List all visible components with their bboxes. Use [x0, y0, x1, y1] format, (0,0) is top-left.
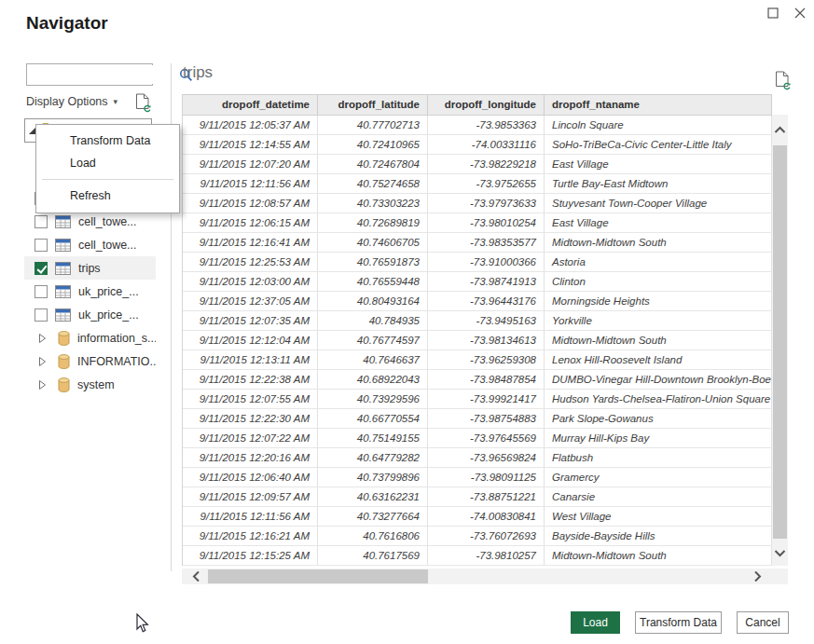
search-input[interactable] — [27, 65, 179, 84]
table-cell: Morningside Heights — [545, 292, 772, 310]
scroll-left-icon[interactable] — [186, 569, 206, 584]
table-cell: 9/11/2015 12:09:57 AM — [183, 487, 318, 506]
table-cell: 9/11/2015 12:08:57 AM — [183, 194, 318, 212]
table-cell: Hudson Yards-Chelsea-Flatiron-Union Squa… — [545, 390, 772, 408]
table-icon — [55, 285, 71, 298]
table-row: 9/11/2015 12:16:41 AM40.74606705-73.9835… — [183, 233, 772, 253]
table-cell: Canarsie — [545, 487, 772, 506]
menu-item-load[interactable]: Load — [36, 152, 179, 174]
table-cell: West Village — [545, 507, 772, 526]
table-row: 9/11/2015 12:06:40 AM40.73799896-73.9809… — [183, 468, 772, 487]
table-cell: -73.97645569 — [428, 429, 545, 447]
table-row: 9/11/2015 12:07:55 AM40.73929596-73.9992… — [183, 390, 772, 409]
table-cell: -73.97973633 — [428, 194, 545, 212]
table-cell: 40.74606705 — [318, 233, 428, 252]
column-header: dropoff_datetime — [183, 95, 318, 115]
table-cell: 9/11/2015 12:20:16 AM — [183, 448, 318, 467]
table-cell: 9/11/2015 12:22:30 AM — [183, 409, 318, 428]
checkbox-checked[interactable] — [34, 262, 48, 275]
table-cell: 40.72410965 — [318, 135, 428, 154]
table-cell: SoHo-TriBeCa-Civic Center-Little Italy — [545, 135, 772, 154]
vertical-scrollbar[interactable] — [772, 115, 788, 566]
vertical-scrollbar-thumb[interactable] — [773, 145, 787, 539]
checkbox[interactable] — [34, 215, 48, 228]
table-cell: -73.98754883 — [428, 409, 545, 428]
table-cell: -73.96259308 — [428, 350, 545, 369]
cancel-button[interactable]: Cancel — [737, 611, 789, 634]
show-as-refresh-icon[interactable] — [775, 71, 792, 90]
tree-item-uk-price[interactable]: uk_price_... — [24, 280, 156, 303]
scroll-up-icon[interactable] — [772, 120, 788, 139]
table-cell: 40.66770554 — [318, 409, 428, 428]
table-cell: Flatbush — [545, 448, 772, 467]
menu-item-transform-data[interactable]: Transform Data — [36, 130, 179, 152]
display-options-dropdown[interactable]: Display Options ▾ — [26, 95, 117, 108]
checkbox[interactable] — [34, 285, 48, 298]
table-cell: 9/11/2015 12:07:35 AM — [183, 311, 318, 330]
table-cell: 9/11/2015 12:11:56 AM — [183, 174, 318, 193]
horizontal-scrollbar[interactable] — [182, 569, 788, 584]
tree-item-trips[interactable]: trips — [24, 256, 156, 280]
table-cell: 40.72689819 — [318, 213, 428, 232]
table-row: 9/11/2015 12:07:22 AM40.75149155-73.9764… — [183, 429, 772, 448]
checkbox[interactable] — [34, 239, 48, 252]
expand-arrow-icon[interactable] — [38, 379, 50, 391]
table-row: 9/11/2015 12:22:38 AM40.68922043-73.9848… — [183, 370, 772, 390]
table-row: 9/11/2015 12:11:56 AM40.73277664-74.0083… — [183, 507, 772, 527]
table-cell: East Village — [545, 213, 772, 232]
display-options-label: Display Options — [26, 95, 108, 108]
table-cell: -73.91000366 — [428, 253, 545, 271]
table-cell: -73.98091125 — [428, 468, 545, 486]
table-icon — [55, 239, 71, 252]
horizontal-scrollbar-thumb[interactable] — [208, 569, 428, 583]
tree-item-cell-towe[interactable]: cell_towe... — [24, 233, 156, 256]
maximize-button[interactable] — [764, 5, 782, 21]
scroll-down-icon[interactable] — [772, 543, 788, 562]
table-cell: 40.68922043 — [318, 370, 428, 389]
column-header: dropoff_longitude — [428, 95, 545, 115]
table-cell: 9/11/2015 12:06:15 AM — [183, 213, 318, 232]
checkbox[interactable] — [34, 308, 48, 322]
maximize-icon — [767, 7, 779, 19]
table-cell: 40.7646637 — [318, 350, 428, 369]
table-cell: -73.9752655 — [428, 174, 545, 193]
tree-item-label: INFORMATIO... — [77, 355, 156, 368]
table-cell: 40.76774597 — [318, 331, 428, 349]
tree-item-informatio[interactable]: INFORMATIO... — [24, 349, 156, 373]
table-cell: 40.72467804 — [318, 155, 428, 173]
preview-table: dropoff_datetimedropoff_latitudedropoff_… — [182, 94, 772, 566]
table-cell: 9/11/2015 12:13:11 AM — [183, 350, 318, 369]
refresh-preview-icon[interactable] — [135, 93, 152, 113]
table-cell: Gramercy — [545, 468, 772, 486]
table-cell: 9/11/2015 12:12:04 AM — [183, 331, 318, 349]
tree-item-label: uk_price_... — [78, 308, 139, 322]
expand-arrow-icon[interactable] — [38, 356, 50, 367]
table-cell: -73.98134613 — [428, 331, 545, 349]
tree-item-label: information_s... — [77, 332, 156, 345]
dialog-title: Navigator — [26, 13, 108, 34]
tree-item-system[interactable]: system — [24, 373, 156, 396]
table-cell: 9/11/2015 12:16:41 AM — [183, 233, 318, 252]
menu-separator — [42, 179, 173, 180]
table-row: 9/11/2015 12:37:05 AM40.80493164-73.9644… — [183, 292, 772, 311]
table-cell: 40.64779282 — [318, 448, 428, 467]
table-row: 9/11/2015 12:15:25 AM40.7617569-73.98102… — [183, 546, 772, 566]
scroll-right-icon[interactable] — [747, 569, 767, 584]
table-cell: -73.76072693 — [428, 527, 545, 545]
table-cell: -73.96569824 — [428, 448, 545, 467]
database-icon — [58, 331, 70, 346]
load-button[interactable]: Load — [571, 611, 620, 634]
table-cell: 9/11/2015 12:11:56 AM — [183, 507, 318, 526]
tree-item-information-s[interactable]: information_s... — [24, 326, 156, 349]
table-cell: 40.63162231 — [318, 487, 428, 506]
table-icon — [55, 215, 71, 228]
navigator-tree: cell_towe...cell_towe...cell_towe...trip… — [24, 186, 156, 396]
table-cell: 40.75274658 — [318, 174, 428, 193]
expand-arrow-icon[interactable] — [38, 333, 50, 344]
transform-data-button[interactable]: Transform Data — [635, 611, 722, 634]
table-cell: Turtle Bay-East Midtown — [545, 174, 772, 193]
menu-item-refresh[interactable]: Refresh — [36, 185, 179, 207]
table-cell: 9/11/2015 12:25:53 AM — [183, 253, 318, 271]
close-button[interactable] — [791, 5, 809, 21]
tree-item-uk-price[interactable]: uk_price_... — [24, 303, 156, 326]
